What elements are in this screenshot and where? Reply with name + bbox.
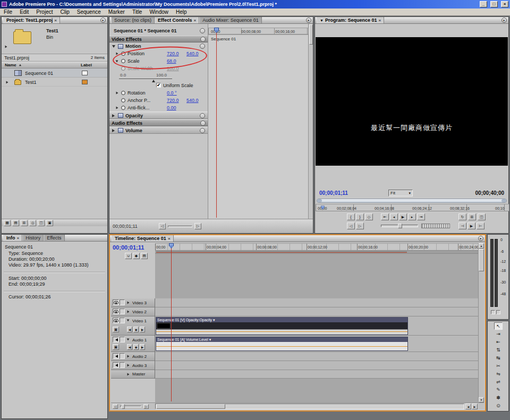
scroll-up-icon[interactable]: ▲ xyxy=(479,243,484,248)
scrollbar-thumb[interactable] xyxy=(156,404,225,409)
toggle-track-output-icon[interactable] xyxy=(113,353,119,359)
play-button[interactable]: ▶ xyxy=(399,213,407,220)
automate-button[interactable]: ⊞ xyxy=(21,220,28,226)
zoom-tool[interactable]: ⊙ xyxy=(494,402,503,409)
project-row-bin[interactable]: Test1 xyxy=(2,78,107,87)
next-keyframe-button[interactable]: ▶ xyxy=(140,344,145,350)
tab-info[interactable]: Info × xyxy=(3,235,22,241)
close-button[interactable]: × xyxy=(501,1,508,7)
lock-track-box[interactable] xyxy=(120,299,125,305)
panel-menu-icon[interactable]: ▸ xyxy=(306,18,311,23)
label-color-chip[interactable] xyxy=(82,80,88,84)
snap-button[interactable]: ∪ xyxy=(125,253,132,259)
rolling-edit-tool[interactable]: ⇅ xyxy=(494,346,503,354)
toggle-track-output-icon[interactable] xyxy=(113,362,119,368)
go-to-in-button[interactable]: ⇤ xyxy=(381,213,389,220)
stopwatch-icon[interactable] xyxy=(121,91,125,95)
expand-track-icon[interactable] xyxy=(128,373,130,376)
video2-track-row[interactable] xyxy=(155,307,478,316)
column-header-name[interactable]: Name xyxy=(2,62,78,68)
scrollbar-thumb[interactable] xyxy=(479,249,484,271)
master-track-row[interactable] xyxy=(155,370,478,379)
new-bin-button[interactable]: ◫ xyxy=(38,220,45,226)
horizontal-scrollbar[interactable] xyxy=(155,404,464,409)
twirl-closed-icon[interactable] xyxy=(112,129,115,132)
set-marker-button[interactable]: ◆ xyxy=(133,253,140,259)
volume-effect-row[interactable]: Volume xyxy=(109,126,208,134)
effects-timecode[interactable]: 00;00;01;11 xyxy=(113,224,138,229)
expand-bin-icon[interactable] xyxy=(6,81,8,84)
menu-edit[interactable]: Edit xyxy=(16,8,32,15)
find-button[interactable]: ◎ xyxy=(29,220,36,226)
expand-track-icon[interactable] xyxy=(128,355,130,358)
prev-keyframe-button[interactable]: ◀ xyxy=(127,344,132,350)
shuttle-slider[interactable] xyxy=(381,225,418,227)
panel-menu-icon[interactable]: ▸ xyxy=(502,18,507,23)
menu-file[interactable]: File xyxy=(0,8,16,15)
step-back-button[interactable]: ◂ xyxy=(390,213,398,220)
video-clip-graph[interactable] xyxy=(156,329,407,335)
tab-project[interactable]: Project: Test1.prproj × xyxy=(3,17,60,23)
lock-track-box[interactable] xyxy=(120,337,125,342)
audio2-track-header[interactable]: Audio 2 xyxy=(111,352,155,361)
volume-effect-label[interactable]: Volume xyxy=(125,128,142,133)
zoom-out-icon[interactable]: ◁ xyxy=(159,223,166,229)
pen-tool[interactable]: ✎ xyxy=(494,386,503,393)
close-tab-icon[interactable]: × xyxy=(194,18,197,23)
razor-tool[interactable]: ✂ xyxy=(494,362,503,370)
audio2-track-row[interactable] xyxy=(155,352,478,361)
poster-play-icon[interactable] xyxy=(5,46,7,48)
opacity-effect-row[interactable]: Opacity xyxy=(109,112,208,119)
lock-track-box[interactable] xyxy=(120,362,125,368)
twirl-closed-icon[interactable] xyxy=(116,92,118,95)
set-in-button[interactable]: { xyxy=(347,213,355,220)
ripple-edit-tool[interactable]: ⇤ xyxy=(494,338,503,346)
close-tab-icon[interactable]: × xyxy=(54,18,57,23)
scroll-left-icon[interactable]: ◀ xyxy=(465,404,471,409)
volume-rubber-band[interactable] xyxy=(156,346,407,347)
prev-marker-button[interactable]: ◁ xyxy=(347,222,355,229)
lock-track-box[interactable] xyxy=(120,353,125,359)
scale-slider-track[interactable] xyxy=(119,79,172,80)
toggle-track-output-icon[interactable] xyxy=(113,308,119,314)
meter-option-box[interactable] xyxy=(496,310,500,314)
tab-effect-controls[interactable]: Effect Controls × xyxy=(155,17,199,23)
tab-source[interactable]: Source: (no clips) xyxy=(111,17,155,23)
menu-sequence[interactable]: Sequence xyxy=(73,8,105,15)
motion-effect-row[interactable]: Motion xyxy=(109,42,208,50)
scroll-down-icon[interactable]: ▼ xyxy=(479,397,484,402)
add-keyframe-button[interactable]: ◆ xyxy=(133,327,139,332)
video3-track-row[interactable] xyxy=(155,298,478,307)
collapse-track-icon[interactable] xyxy=(127,339,130,341)
stopwatch-icon[interactable] xyxy=(121,59,125,63)
view-area-left-handle[interactable] xyxy=(317,199,322,202)
go-to-out-button[interactable]: ⇥ xyxy=(417,213,425,220)
program-time-ruler[interactable]: 00;00 00;02;08;04 00;04;16;08 00;06;24;1… xyxy=(316,204,509,211)
label-color-chip[interactable] xyxy=(82,71,88,75)
scale-value[interactable]: 68.0 xyxy=(167,58,176,64)
tab-effects[interactable]: Effects xyxy=(44,235,64,241)
zoom-level-select[interactable]: Fit ▾ xyxy=(388,190,413,196)
step-forward-button[interactable]: ▸ xyxy=(408,213,416,220)
audio-clip-title[interactable]: Sequence 01 [A] Volume:Level ▾ xyxy=(156,337,407,342)
lock-track-box[interactable] xyxy=(120,308,125,314)
scrollbar-thumb[interactable] xyxy=(309,24,313,45)
safe-margins-button[interactable]: ⊞ xyxy=(468,213,476,220)
section-options-icon[interactable] xyxy=(200,37,206,42)
menu-help[interactable]: Help xyxy=(172,8,191,15)
slip-tool[interactable]: ⇋ xyxy=(494,370,503,378)
zoom-in-icon[interactable]: ▷ xyxy=(194,223,201,229)
reset-effect-icon[interactable] xyxy=(200,44,205,49)
toggle-track-output-icon[interactable] xyxy=(113,337,119,342)
video-clip[interactable]: Sequence 01 [V] Opacity:Opacity ▾ xyxy=(156,317,408,335)
zoom-slider-track[interactable] xyxy=(168,226,192,227)
next-keyframe-button[interactable]: ▶ xyxy=(140,327,145,332)
section-options-icon[interactable] xyxy=(200,121,206,126)
timeline-ruler[interactable]: 00;00 00;00;04;00 00;00;08;00 00;00;12;0… xyxy=(155,243,478,251)
video2-track-header[interactable]: Video 2 xyxy=(111,307,155,316)
scroll-right-icon[interactable]: ▶ xyxy=(472,404,478,409)
menu-window[interactable]: Window xyxy=(146,8,172,15)
add-keyframe-button[interactable]: ◆ xyxy=(133,344,139,350)
panel-menu-icon[interactable]: ▸ xyxy=(100,18,106,23)
menu-title[interactable]: Title xyxy=(129,8,146,15)
